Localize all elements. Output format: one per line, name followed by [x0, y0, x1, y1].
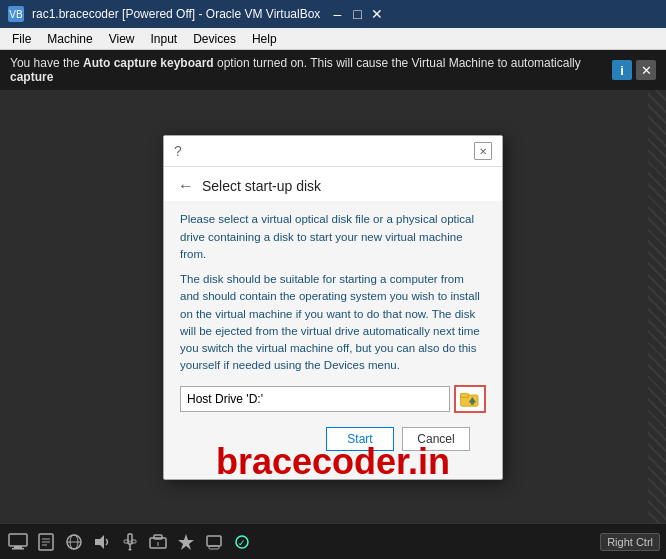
dialog-content: Please select a virtual optical disk fil…	[164, 201, 502, 478]
notification-bar: You have the Auto capture keyboard optio…	[0, 50, 666, 90]
menu-view[interactable]: View	[101, 30, 143, 48]
svg-marker-18	[95, 535, 104, 549]
svg-rect-8	[9, 534, 27, 546]
minimize-button[interactable]: –	[328, 5, 346, 23]
dialog-para2: The disk should be suitable for starting…	[180, 271, 486, 375]
dialog-title-bar: ? ✕	[164, 136, 502, 167]
svg-rect-10	[12, 548, 24, 550]
taskbar-icon-usb[interactable]	[118, 530, 142, 554]
dialog-title: Select start-up disk	[202, 178, 321, 194]
taskbar-icon-1[interactable]	[6, 530, 30, 554]
title-bar: VB rac1.bracecoder [Powered Off] - Oracl…	[0, 0, 666, 28]
menu-devices[interactable]: Devices	[185, 30, 244, 48]
svg-rect-5	[460, 393, 468, 397]
startup-disk-dialog: ? ✕ ← Select start-up disk Please select…	[163, 135, 503, 479]
menu-machine[interactable]: Machine	[39, 30, 100, 48]
notification-text: You have the Auto capture keyboard optio…	[10, 56, 606, 84]
vm-display-area: ? ✕ ← Select start-up disk Please select…	[0, 90, 666, 525]
notif-icon-info[interactable]: i	[612, 60, 632, 80]
dialog-question-mark: ?	[174, 143, 182, 159]
taskbar-icon-7[interactable]	[202, 530, 226, 554]
svg-rect-29	[209, 546, 219, 549]
dialog-close-button[interactable]: ✕	[474, 142, 492, 160]
svg-marker-23	[128, 549, 132, 551]
right-ctrl-label: Right Ctrl	[600, 533, 660, 551]
svg-rect-25	[154, 535, 162, 539]
svg-rect-28	[207, 536, 221, 546]
back-arrow-button[interactable]: ←	[178, 177, 194, 195]
svg-text:i: i	[620, 63, 624, 78]
menu-input[interactable]: Input	[143, 30, 186, 48]
taskbar: ✓ Right Ctrl	[0, 523, 666, 559]
taskbar-icon-network[interactable]	[62, 530, 86, 554]
dialog-para1: Please select a virtual optical disk fil…	[180, 211, 486, 263]
menu-bar: File Machine View Input Devices Help	[0, 28, 666, 50]
browse-disk-button[interactable]	[454, 385, 486, 413]
window-title: rac1.bracecoder [Powered Off] - Oracle V…	[32, 7, 320, 21]
dialog-body: Please select a virtual optical disk fil…	[180, 211, 486, 374]
close-button[interactable]: ✕	[368, 5, 386, 23]
taskbar-icon-speaker[interactable]	[90, 530, 114, 554]
maximize-button[interactable]: □	[348, 5, 366, 23]
disk-path-input[interactable]	[180, 386, 450, 412]
window-controls: – □ ✕	[328, 5, 386, 23]
dialog-header: ← Select start-up disk	[164, 167, 502, 201]
notif-icon-close[interactable]: ✕	[636, 60, 656, 80]
svg-text:✓: ✓	[238, 538, 246, 548]
taskbar-icon-2[interactable]	[34, 530, 58, 554]
svg-text:✕: ✕	[641, 63, 652, 78]
disk-selector-row	[180, 385, 486, 413]
taskbar-icon-5[interactable]	[146, 530, 170, 554]
svg-rect-7	[471, 402, 474, 404]
taskbar-icon-8[interactable]: ✓	[230, 530, 254, 554]
app-icon: VB	[8, 6, 24, 22]
branding-text: bracecoder.in	[216, 441, 450, 483]
svg-marker-27	[178, 534, 194, 550]
menu-help[interactable]: Help	[244, 30, 285, 48]
menu-file[interactable]: File	[4, 30, 39, 48]
taskbar-icon-6[interactable]	[174, 530, 198, 554]
notification-icons: i ✕	[612, 60, 656, 80]
dialog-controls: ✕	[474, 142, 492, 160]
svg-rect-9	[14, 546, 22, 548]
